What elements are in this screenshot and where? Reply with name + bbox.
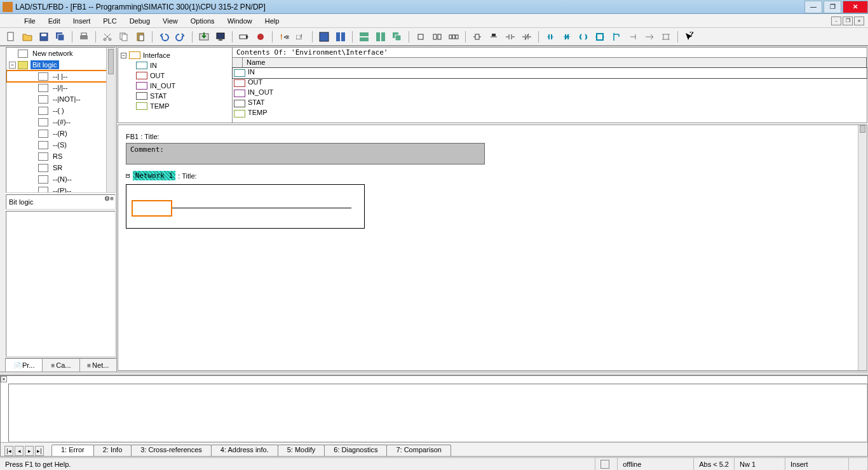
branch-close-icon[interactable] bbox=[626, 30, 640, 44]
menu-view[interactable]: View bbox=[156, 16, 184, 26]
menu-options[interactable]: Options bbox=[184, 16, 221, 26]
tree-item-contact[interactable]: --| |-- bbox=[6, 70, 115, 82]
cut-icon[interactable] bbox=[100, 30, 114, 44]
msgtab-prev-button[interactable]: ◂ bbox=[15, 446, 24, 456]
monitor-icon[interactable] bbox=[214, 30, 227, 44]
tree-item[interactable]: SR bbox=[6, 162, 115, 173]
iface-row[interactable]: TEMP bbox=[233, 109, 867, 119]
menu-file[interactable]: File bbox=[18, 16, 42, 26]
tab-call[interactable]: ≡ Ca... bbox=[42, 358, 79, 372]
tile-v-icon[interactable] bbox=[374, 30, 388, 44]
contact-nc-icon[interactable] bbox=[560, 30, 574, 44]
iface-row[interactable]: IN_OUT bbox=[233, 88, 867, 98]
msgtab-next-button[interactable]: ▸ bbox=[25, 446, 34, 456]
print-icon[interactable] bbox=[77, 30, 91, 44]
msgtab-info[interactable]: 2: Info bbox=[93, 445, 132, 456]
menu-edit[interactable]: Edit bbox=[42, 16, 67, 26]
tile-h-icon[interactable] bbox=[357, 30, 371, 44]
redo-icon[interactable] bbox=[173, 30, 187, 44]
branch-open-icon[interactable] bbox=[609, 30, 623, 44]
lad-no-icon[interactable] bbox=[520, 30, 534, 44]
msgtab-last-button[interactable]: ▸| bbox=[35, 446, 44, 456]
msgtab-comp[interactable]: 7: Comparison bbox=[386, 445, 451, 456]
new-icon[interactable] bbox=[4, 30, 18, 44]
interface-table[interactable]: Contents Of: 'Environment\Interface' Nam… bbox=[233, 48, 867, 123]
close-button[interactable]: ✕ bbox=[843, 1, 868, 13]
msgtab-xref[interactable]: 3: Cross-references bbox=[131, 445, 212, 456]
msgtab-diag[interactable]: 6: Diagnostics bbox=[324, 445, 387, 456]
lad-nc-icon[interactable] bbox=[503, 30, 517, 44]
open-icon[interactable] bbox=[20, 30, 34, 44]
cascade-icon[interactable] bbox=[390, 30, 404, 44]
tree-item[interactable]: --( ) bbox=[6, 105, 115, 116]
help-pointer-icon[interactable]: ? bbox=[682, 30, 696, 44]
conn-icon[interactable] bbox=[642, 30, 656, 44]
menu-help[interactable]: Help bbox=[259, 16, 286, 26]
network-rung[interactable] bbox=[126, 184, 365, 229]
block-comment[interactable]: Comment: bbox=[126, 143, 485, 164]
coil-icon[interactable] bbox=[576, 30, 590, 44]
message-close-icon[interactable]: × bbox=[1, 376, 7, 382]
msgtab-addr[interactable]: 4: Address info. bbox=[211, 445, 278, 456]
tree-item[interactable]: --(S) bbox=[6, 139, 115, 151]
menu-plc[interactable]: PLC bbox=[97, 16, 123, 26]
paste-icon[interactable] bbox=[133, 30, 147, 44]
editor-scrollbar[interactable] bbox=[858, 125, 867, 370]
download-icon[interactable] bbox=[197, 30, 211, 44]
mdi-restore-button[interactable]: ❐ bbox=[843, 17, 853, 25]
tree-new-network[interactable]: New network bbox=[6, 48, 115, 59]
iface-row[interactable]: OUT bbox=[233, 78, 867, 88]
message-body[interactable] bbox=[8, 384, 867, 442]
window1-icon[interactable] bbox=[317, 30, 331, 44]
conn2-icon[interactable] bbox=[659, 30, 673, 44]
tree-item[interactable]: --|NOT|-- bbox=[6, 93, 115, 105]
catalog-scrollbar[interactable] bbox=[106, 48, 115, 192]
menu-debug[interactable]: Debug bbox=[123, 16, 156, 26]
goto-icon[interactable] bbox=[237, 30, 251, 44]
catalog-config-icon[interactable]: ⚙≡ bbox=[104, 195, 114, 202]
tree-item[interactable]: --|/|-- bbox=[6, 82, 115, 93]
msgtab-error[interactable]: 1: Error bbox=[51, 445, 94, 456]
msgtab-first-button[interactable]: |◂ bbox=[4, 446, 13, 456]
tab-network[interactable]: ≡ Net... bbox=[79, 358, 117, 372]
catalog-tree[interactable]: New network − Bit logic --| |-- --|/|-- … bbox=[6, 47, 116, 193]
menu-insert[interactable]: Insert bbox=[67, 16, 97, 26]
tree-bit-logic[interactable]: − Bit logic bbox=[6, 59, 115, 70]
network-header[interactable]: Network 1 bbox=[133, 171, 176, 180]
rung-cursor[interactable] bbox=[132, 200, 172, 217]
contact-icon[interactable] bbox=[543, 30, 557, 44]
tree-item[interactable]: RS bbox=[6, 151, 115, 162]
minimize-button[interactable]: — bbox=[804, 1, 822, 13]
msgtab-modify[interactable]: 5: Modify bbox=[278, 445, 325, 456]
save-icon[interactable] bbox=[37, 30, 51, 44]
tree-item[interactable]: --(#)-- bbox=[6, 116, 115, 128]
lad-box1-icon[interactable] bbox=[470, 30, 484, 44]
lad-e2-icon[interactable] bbox=[430, 30, 444, 44]
window2-icon[interactable] bbox=[334, 30, 348, 44]
catalog-icon[interactable]: !≪≫ bbox=[277, 30, 291, 44]
detail-icon[interactable]: □! bbox=[294, 30, 308, 44]
tree-item[interactable]: --(N)-- bbox=[6, 173, 115, 185]
block-title[interactable]: FB1 : Title: bbox=[126, 133, 859, 140]
lad-e3-icon[interactable] bbox=[447, 30, 461, 44]
toggle-bp-icon[interactable] bbox=[254, 30, 268, 44]
mdi-close-button[interactable]: × bbox=[854, 17, 864, 25]
maximize-button[interactable]: ❐ bbox=[824, 1, 841, 13]
col-name[interactable]: Name bbox=[243, 58, 867, 67]
tree-item[interactable]: --(P)-- bbox=[6, 185, 115, 193]
interface-tree[interactable]: −Interface IN OUT IN_OUT STAT TEMP bbox=[118, 48, 233, 123]
iface-row[interactable]: STAT bbox=[233, 98, 867, 109]
copy-icon[interactable] bbox=[117, 30, 131, 44]
mdi-minimize-button[interactable]: - bbox=[831, 17, 841, 25]
lad-e1-icon[interactable] bbox=[414, 30, 428, 44]
network-title[interactable]: : Title: bbox=[178, 172, 196, 180]
lad-box2-icon[interactable] bbox=[487, 30, 501, 44]
save-all-icon[interactable] bbox=[53, 30, 67, 44]
undo-icon[interactable] bbox=[157, 30, 171, 44]
tab-program[interactable]: 📄 Pr... bbox=[5, 358, 43, 372]
box-icon[interactable] bbox=[593, 30, 607, 44]
tree-item[interactable]: --(R) bbox=[6, 128, 115, 139]
iface-row[interactable]: IN bbox=[233, 68, 867, 78]
menu-window[interactable]: Window bbox=[221, 16, 259, 26]
ladder-editor[interactable]: FB1 : Title: Comment: ⊟ Network 1 : Titl… bbox=[118, 124, 867, 371]
